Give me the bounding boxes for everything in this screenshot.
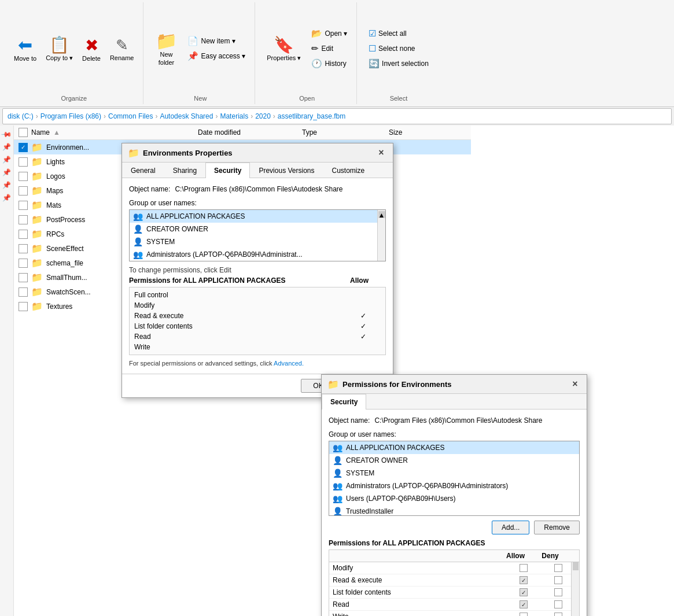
read-exec-name: Read & execute — [333, 576, 506, 584]
perm-group-admins[interactable]: 👥 Administrators (LAPTOP-Q6PAB09H\Admini… — [329, 479, 579, 492]
perm-row-modify: Modify — [329, 562, 579, 574]
breadcrumb-fbm[interactable]: assetlibrary_base.fbm — [278, 112, 345, 120]
perm-dialog-close-button[interactable]: × — [569, 378, 581, 390]
perm-tab-security[interactable]: Security — [322, 394, 366, 410]
delete-label: Delete — [82, 55, 101, 62]
breadcrumb-materials[interactable]: Materials — [220, 112, 248, 120]
write-deny-check[interactable] — [554, 613, 562, 616]
read-exec-allow-check[interactable]: ✓ — [520, 576, 528, 584]
copy-to-button[interactable]: 📋 Copy to ▾ — [42, 33, 76, 64]
read-allow-cell[interactable]: ✓ — [506, 600, 541, 608]
advanced-link[interactable]: Advanced. — [274, 360, 304, 367]
select-none-button[interactable]: ☐ Select none — [365, 42, 432, 55]
edit-button[interactable]: ✏ Edit — [308, 42, 351, 55]
easy-access-button[interactable]: 📌 Easy access ▾ — [184, 50, 249, 62]
env-perm-allow-col: Allow — [350, 276, 386, 285]
breadcrumb-common-files[interactable]: Common Files — [108, 112, 153, 120]
list-deny-check[interactable] — [554, 588, 562, 596]
list-deny-cell[interactable] — [541, 588, 576, 596]
perm-group-list[interactable]: 👥 ALL APPLICATION PACKAGES 👤 CREATOR OWN… — [329, 441, 580, 516]
env-dialog-tabs: General Sharing Security Previous Versio… — [122, 163, 393, 178]
modify-deny-cell[interactable] — [541, 564, 576, 572]
breadcrumb-sep4: › — [215, 112, 218, 120]
perm-row-read: Read ✓ — [134, 331, 381, 342]
creator-icon: 👤 — [133, 224, 143, 234]
list-allow-check[interactable]: ✓ — [520, 588, 528, 596]
creator-name: CREATOR OWNER — [146, 225, 208, 233]
env-group-item-creator[interactable]: 👤 CREATOR OWNER — [130, 223, 385, 235]
write-allow-cell[interactable] — [506, 613, 541, 616]
tab-previous-versions[interactable]: Previous Versions — [250, 163, 323, 178]
perm-object-name-value: C:\Program Files (x86)\Common Files\Auto… — [374, 416, 542, 425]
new-item-label: New item ▾ — [201, 37, 235, 45]
list-allow-cell[interactable]: ✓ — [506, 588, 541, 596]
select-none-label: Select none — [378, 45, 415, 53]
admins-icon: 👥 — [133, 250, 143, 259]
modify-deny-check[interactable] — [554, 564, 562, 572]
breadcrumb-program-files[interactable]: Program Files (x86) — [40, 112, 101, 120]
perm-group-system[interactable]: 👤 SYSTEM — [329, 467, 579, 479]
add-button[interactable]: Add... — [492, 521, 529, 534]
modify-allow-cell[interactable] — [506, 564, 541, 572]
perm-trusted-icon: 👤 — [333, 507, 342, 516]
env-list-scrollbar[interactable]: ▲ — [377, 210, 385, 261]
new-folder-button[interactable]: 📁 Newfolder — [152, 28, 181, 68]
new-item-button[interactable]: 📄 New item ▾ — [184, 35, 249, 47]
env-group-item-all-packages[interactable]: 👥 ALL APPLICATION PACKAGES — [130, 210, 385, 223]
history-button[interactable]: 🕐 History — [308, 57, 351, 70]
select-all-button[interactable]: ☑ Select all — [365, 27, 432, 40]
breadcrumb-disk[interactable]: disk (C:) — [8, 112, 34, 120]
perm-dialog-title-text: Permissions for Environments — [342, 380, 452, 389]
read-deny-check[interactable] — [554, 600, 562, 608]
perm-group-all-packages[interactable]: 👥 ALL APPLICATION PACKAGES — [329, 441, 579, 454]
breadcrumb-2020[interactable]: 2020 — [255, 112, 271, 120]
perm-users-name: Users (LAPTOP-Q6PAB09H\Users) — [346, 495, 456, 503]
new-folder-icon: 📁 — [156, 31, 177, 51]
env-group-label: Group or user names: — [129, 199, 386, 207]
tab-customize[interactable]: Customize — [323, 163, 373, 178]
env-dialog-title-bar: 📁 Environments Properties × — [122, 143, 393, 163]
properties-button[interactable]: 🔖 Properties ▾ — [263, 33, 304, 64]
perm-read-allow: ✓ — [346, 333, 381, 341]
modify-name: Modify — [333, 564, 506, 572]
perm-full-label: Full control — [134, 291, 168, 299]
rename-button[interactable]: ✎ Rename — [106, 34, 138, 64]
perm-group-creator[interactable]: 👤 CREATOR OWNER — [329, 454, 579, 467]
delete-button[interactable]: ✖ Delete — [79, 34, 104, 64]
env-group-list[interactable]: 👥 ALL APPLICATION PACKAGES 👤 CREATOR OWN… — [129, 209, 386, 261]
tab-security[interactable]: Security — [205, 163, 250, 178]
modify-allow-check[interactable] — [520, 564, 528, 572]
remove-button[interactable]: Remove — [534, 521, 580, 534]
perm-row-modify: Modify — [134, 300, 381, 311]
perm-all-packages-icon: 👥 — [333, 443, 342, 452]
write-deny-cell[interactable] — [541, 613, 576, 616]
perm-list-allow: ✓ — [346, 322, 381, 330]
open-button[interactable]: 📂 Open ▾ — [308, 27, 351, 40]
perm-modify-allow — [346, 301, 381, 309]
env-object-name-row: Object name: C:\Program Files (x86)\Comm… — [129, 185, 386, 193]
env-group-item-system[interactable]: 👤 SYSTEM — [130, 235, 385, 248]
env-group-item-admins[interactable]: 👥 Administrators (LAPTOP-Q6PAB09H\Admini… — [130, 248, 385, 261]
read-deny-cell[interactable] — [541, 600, 576, 608]
read-exec-deny-cell[interactable] — [541, 576, 576, 584]
new-group-label: New — [194, 93, 207, 102]
list-name: List folder contents — [333, 588, 506, 596]
invert-selection-button[interactable]: 🔄 Invert selection — [365, 57, 432, 70]
perm-table-scrollbar[interactable]: ▾ — [571, 562, 579, 616]
env-dialog-close-button[interactable]: × — [375, 147, 387, 158]
open-icon: 📂 — [311, 28, 322, 39]
tab-general[interactable]: General — [122, 163, 164, 178]
move-to-button[interactable]: ⬅ Move to — [10, 32, 40, 65]
read-exec-allow-cell[interactable]: ✓ — [506, 576, 541, 584]
read-allow-check[interactable]: ✓ — [520, 600, 528, 608]
perm-group-trusted[interactable]: 👤 TrustedInstaller — [329, 505, 579, 516]
perm-group-users[interactable]: 👥 Users (LAPTOP-Q6PAB09H\Users) — [329, 492, 579, 505]
write-allow-check[interactable] — [520, 613, 528, 616]
copy-to-label: Copy to ▾ — [46, 54, 73, 62]
properties-label: Properties ▾ — [267, 54, 301, 62]
all-packages-icon: 👥 — [133, 212, 143, 221]
read-exec-deny-check[interactable] — [554, 576, 562, 584]
tab-sharing[interactable]: Sharing — [164, 163, 205, 178]
breadcrumb-autodesk[interactable]: Autodesk Shared — [160, 112, 213, 120]
perm-rows: Modify Read & execute — [329, 562, 579, 616]
